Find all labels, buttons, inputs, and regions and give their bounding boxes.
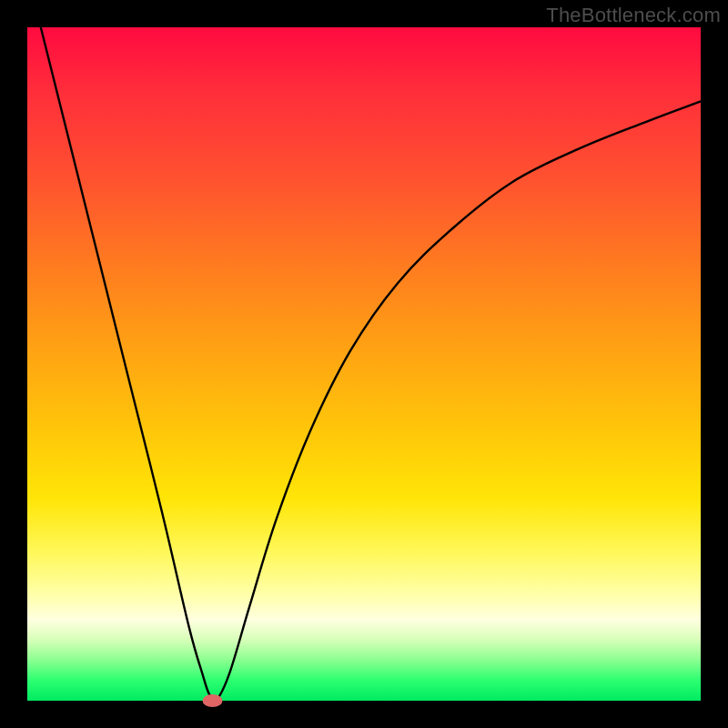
watermark-text: TheBottleneck.com xyxy=(546,4,721,27)
bottleneck-curve xyxy=(27,27,701,701)
minimum-marker xyxy=(203,694,223,707)
chart-frame: TheBottleneck.com xyxy=(0,0,728,728)
plot-area xyxy=(27,27,701,701)
curve-line xyxy=(41,27,701,702)
